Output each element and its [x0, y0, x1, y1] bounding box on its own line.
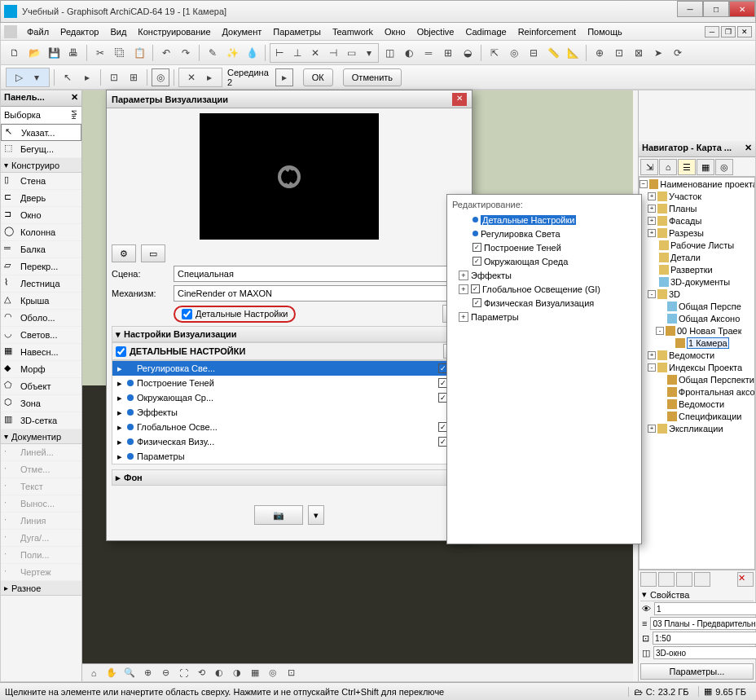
minimize-button[interactable]: ─ [677, 1, 703, 17]
scene-combo[interactable]: Специальная [174, 266, 467, 282]
popup-row-7[interactable]: +Параметры [452, 310, 636, 324]
toolbox-item-10[interactable]: ▦Навесн... [1, 344, 81, 361]
nav-root[interactable]: −Наименование проекта [640, 178, 754, 190]
toolbox-item-9[interactable]: ◡Светов... [1, 327, 81, 344]
expand-icon[interactable]: - [656, 327, 664, 335]
capture-button[interactable]: 📷 [254, 505, 303, 525]
dropdown-icon[interactable]: ▸ [78, 68, 96, 86]
toolbox-doc-item-1[interactable]: ·Отме... [1, 461, 81, 478]
cut-icon[interactable]: ✂ [91, 44, 109, 62]
nb-2-icon[interactable] [658, 572, 675, 587]
toolbox-item-3[interactable]: ◯Колонна [1, 224, 81, 241]
expand-icon[interactable]: + [648, 217, 656, 225]
undo-icon[interactable]: ↶ [157, 44, 175, 62]
drop-icon[interactable]: 💧 [243, 44, 261, 62]
nb-1-icon[interactable] [640, 572, 657, 587]
navigator-close-icon[interactable]: ✕ [745, 143, 752, 155]
nb-3-icon[interactable] [676, 572, 692, 587]
close-button[interactable]: ✕ [729, 1, 755, 17]
toolbox-item-2[interactable]: ⊐Окно [1, 207, 81, 224]
nav-row-15[interactable]: Общая Перспекти [640, 373, 754, 385]
setting-row-5[interactable]: ▸Физическая Визу...✓⎘ [112, 434, 466, 449]
vt-e-icon[interactable]: ⊡ [283, 666, 299, 680]
popup-row-3[interactable]: ✓Окружающая Среда [452, 254, 636, 268]
nav-row-0[interactable]: +Участок [640, 190, 754, 202]
midpoint-icon[interactable]: ✕ [182, 68, 200, 86]
toolbox-group-2[interactable]: ▾ Документир [1, 429, 81, 444]
toolbox-group-3[interactable]: ▸ Разное [1, 581, 81, 596]
expand-icon[interactable]: + [459, 271, 468, 280]
mdi-restore[interactable]: ❐ [721, 26, 736, 37]
setting-row-3[interactable]: ▸Эффекты⎘ [112, 405, 466, 420]
snap-5-icon[interactable]: ▭ [342, 44, 360, 62]
tool-d-icon[interactable]: ⊞ [439, 44, 457, 62]
vt-c-icon[interactable]: ▦ [247, 666, 263, 680]
vt-zout-icon[interactable]: ⊖ [157, 666, 174, 680]
menu-file[interactable]: Файл [22, 25, 54, 38]
toolbox-item-13[interactable]: ⬡Зона [1, 395, 81, 412]
toolbox-item-11[interactable]: ◆Морф [1, 361, 81, 378]
nav-row-5[interactable]: Детали [640, 251, 754, 263]
setting-row-2[interactable]: ▸Окружающая Ср...✓⎘ [112, 390, 466, 405]
snap-1-icon[interactable]: ⊢ [270, 44, 288, 62]
menu-document[interactable]: Документ [218, 25, 267, 38]
target-icon[interactable]: ◎ [152, 68, 169, 86]
tool-j-icon[interactable]: ⊡ [610, 44, 628, 62]
nav-row-2[interactable]: +Фасады [640, 214, 754, 227]
vt-fit-icon[interactable]: ⛶ [175, 666, 191, 680]
checkbox-icon[interactable]: ✓ [472, 243, 481, 252]
prop-scale[interactable] [653, 632, 756, 645]
detail-settings-checkbox[interactable] [182, 309, 192, 319]
params-button[interactable]: Параметры... [640, 663, 754, 680]
tool-f-icon[interactable]: ⇱ [486, 44, 503, 62]
vt-a-icon[interactable]: ◐ [211, 666, 227, 680]
toolbox-doc-item-2[interactable]: ·Текст [1, 478, 81, 495]
expand-icon[interactable]: + [648, 205, 656, 213]
capture-drop[interactable]: ▾ [308, 505, 324, 525]
expand-icon[interactable]: ▸ [116, 422, 124, 433]
expand-icon[interactable]: + [648, 192, 656, 200]
popup-row-2[interactable]: ✓Построение Теней [452, 240, 636, 254]
open-icon[interactable]: 📂 [25, 44, 43, 62]
mdi-close[interactable]: ✕ [737, 26, 752, 37]
checkbox-icon[interactable]: ✓ [472, 298, 481, 307]
expand-icon[interactable]: + [648, 351, 656, 359]
popup-row-6[interactable]: ✓Физическая Визуализация [452, 296, 636, 310]
toolbox-doc-item-3[interactable]: ·Вынос... [1, 495, 81, 513]
toolbox-doc-item-4[interactable]: ·Линия [1, 513, 81, 530]
nav-row-18[interactable]: Спецификации [640, 410, 754, 422]
wand-icon[interactable]: ✨ [223, 44, 241, 62]
size-button[interactable]: ▭ [141, 244, 165, 262]
camera-icon-2[interactable]: ⊞ [125, 68, 143, 86]
toolbox-item-0[interactable]: ▯Стена [1, 173, 81, 190]
print-icon[interactable]: 🖶 [64, 44, 82, 62]
nav-tab-3[interactable]: ☰ [678, 159, 696, 175]
toolbox-arrow[interactable]: ↖Указат... [1, 124, 81, 141]
menu-options[interactable]: Параметры [268, 25, 326, 38]
nav-row-7[interactable]: 3D-документы [640, 275, 754, 288]
expand-icon[interactable]: - [648, 290, 656, 298]
save-icon[interactable]: 💾 [45, 44, 63, 62]
tool-m-icon[interactable]: ⟳ [669, 44, 687, 62]
expand-icon[interactable]: + [648, 425, 656, 433]
paste-icon[interactable]: 📋 [130, 44, 148, 62]
nb-4-icon[interactable] [694, 572, 710, 587]
play-icon[interactable]: ▸ [275, 68, 293, 86]
nav-row-17[interactable]: Ведомости [640, 398, 754, 410]
expand-icon[interactable]: ▸ [116, 451, 124, 462]
setting-row-6[interactable]: ▸Параметры⎘ [112, 449, 466, 464]
menu-help[interactable]: Помощь [582, 25, 627, 38]
tool-b-icon[interactable]: ◐ [400, 44, 418, 62]
tool-c-icon[interactable]: ═ [420, 44, 437, 62]
snap-drop-icon[interactable]: ▾ [360, 44, 378, 62]
tool-i-icon[interactable]: ⊕ [591, 44, 609, 62]
toolbox-doc-item-0[interactable]: ·Линей... [1, 444, 81, 461]
setting-row-1[interactable]: ▸Построение Теней✓⎘ [112, 376, 466, 390]
toolbox-item-6[interactable]: ⌇Лестница [1, 275, 81, 293]
vt-zoom-icon[interactable]: 🔍 [121, 666, 138, 680]
expand-icon[interactable]: + [459, 284, 468, 294]
prop-id[interactable] [654, 602, 756, 615]
nav-row-6[interactable]: Развертки [640, 263, 754, 275]
vt-zin-icon[interactable]: ⊕ [139, 666, 156, 680]
nav-row-10[interactable]: Общая Аксоно [640, 312, 754, 324]
